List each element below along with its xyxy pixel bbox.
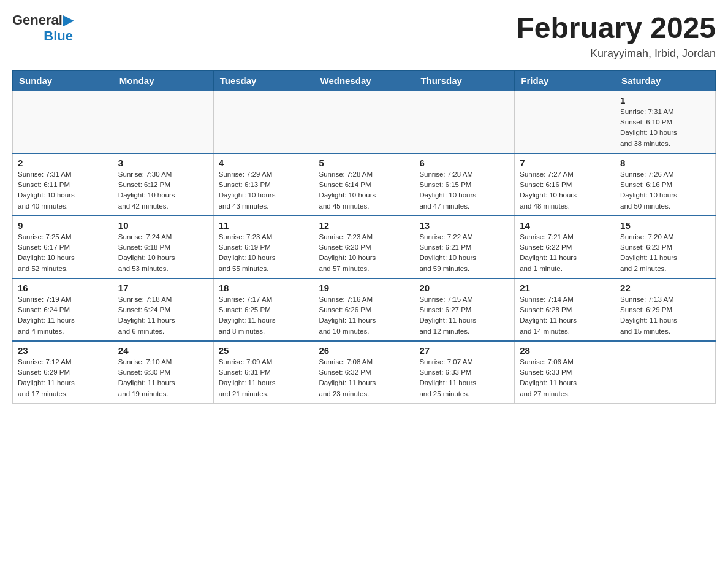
day-cell: 18Sunrise: 7:17 AM Sunset: 6:25 PM Dayli… [213, 278, 314, 341]
day-info: Sunrise: 7:18 AM Sunset: 6:24 PM Dayligh… [118, 294, 208, 337]
day-number: 18 [219, 283, 309, 293]
column-header-tuesday: Tuesday [213, 70, 314, 91]
day-info: Sunrise: 7:15 AM Sunset: 6:27 PM Dayligh… [419, 294, 509, 337]
day-cell: 19Sunrise: 7:16 AM Sunset: 6:26 PM Dayli… [314, 278, 414, 341]
day-number: 12 [319, 220, 409, 231]
day-info: Sunrise: 7:23 AM Sunset: 6:20 PM Dayligh… [319, 232, 409, 274]
day-cell: 25Sunrise: 7:09 AM Sunset: 6:31 PM Dayli… [213, 341, 314, 404]
day-cell: 9Sunrise: 7:25 AM Sunset: 6:17 PM Daylig… [13, 216, 113, 278]
day-number: 14 [520, 220, 610, 231]
day-number: 15 [620, 220, 710, 231]
day-info: Sunrise: 7:31 AM Sunset: 6:11 PM Dayligh… [18, 169, 108, 212]
day-info: Sunrise: 7:31 AM Sunset: 6:10 PM Dayligh… [620, 107, 710, 149]
day-number: 27 [419, 345, 509, 356]
day-cell: 28Sunrise: 7:06 AM Sunset: 6:33 PM Dayli… [515, 341, 615, 404]
week-row-1: 1Sunrise: 7:31 AM Sunset: 6:10 PM Daylig… [13, 91, 716, 153]
day-cell: 17Sunrise: 7:18 AM Sunset: 6:24 PM Dayli… [113, 278, 213, 341]
day-info: Sunrise: 7:24 AM Sunset: 6:18 PM Dayligh… [118, 232, 208, 274]
day-cell: 22Sunrise: 7:13 AM Sunset: 6:29 PM Dayli… [615, 278, 716, 341]
day-number: 10 [118, 220, 208, 231]
day-cell: 12Sunrise: 7:23 AM Sunset: 6:20 PM Dayli… [314, 216, 414, 278]
day-cell: 20Sunrise: 7:15 AM Sunset: 6:27 PM Dayli… [414, 278, 515, 341]
day-cell: 27Sunrise: 7:07 AM Sunset: 6:33 PM Dayli… [414, 341, 515, 404]
week-row-2: 2Sunrise: 7:31 AM Sunset: 6:11 PM Daylig… [13, 153, 716, 216]
day-cell [615, 341, 716, 404]
day-info: Sunrise: 7:09 AM Sunset: 6:31 PM Dayligh… [219, 357, 309, 399]
day-cell: 15Sunrise: 7:20 AM Sunset: 6:23 PM Dayli… [615, 216, 716, 278]
logo: General Blue [12, 12, 74, 44]
day-info: Sunrise: 7:14 AM Sunset: 6:28 PM Dayligh… [520, 294, 610, 337]
day-cell [314, 91, 414, 153]
day-info: Sunrise: 7:22 AM Sunset: 6:21 PM Dayligh… [419, 232, 509, 274]
day-cell: 5Sunrise: 7:28 AM Sunset: 6:14 PM Daylig… [314, 153, 414, 216]
day-cell: 1Sunrise: 7:31 AM Sunset: 6:10 PM Daylig… [615, 91, 716, 153]
column-header-monday: Monday [113, 70, 213, 91]
day-number: 13 [419, 220, 509, 231]
column-header-sunday: Sunday [13, 70, 113, 91]
day-number: 22 [620, 283, 710, 293]
day-info: Sunrise: 7:21 AM Sunset: 6:22 PM Dayligh… [520, 232, 610, 274]
page-header: General Blue February 2025 Kurayyimah, I… [12, 12, 716, 60]
week-row-5: 23Sunrise: 7:12 AM Sunset: 6:29 PM Dayli… [13, 341, 716, 404]
day-cell [113, 91, 213, 153]
day-number: 21 [520, 283, 610, 293]
day-cell: 26Sunrise: 7:08 AM Sunset: 6:32 PM Dayli… [314, 341, 414, 404]
day-cell: 24Sunrise: 7:10 AM Sunset: 6:30 PM Dayli… [113, 341, 213, 404]
day-number: 11 [219, 220, 309, 231]
day-info: Sunrise: 7:08 AM Sunset: 6:32 PM Dayligh… [319, 357, 409, 399]
day-number: 23 [18, 345, 108, 356]
day-number: 6 [419, 158, 509, 168]
week-row-3: 9Sunrise: 7:25 AM Sunset: 6:17 PM Daylig… [13, 216, 716, 278]
day-info: Sunrise: 7:16 AM Sunset: 6:26 PM Dayligh… [319, 294, 409, 337]
day-number: 8 [620, 158, 710, 168]
day-number: 3 [118, 158, 208, 168]
day-cell: 23Sunrise: 7:12 AM Sunset: 6:29 PM Dayli… [13, 341, 113, 404]
day-number: 9 [18, 220, 108, 231]
logo-blue: Blue [44, 28, 73, 44]
week-row-4: 16Sunrise: 7:19 AM Sunset: 6:24 PM Dayli… [13, 278, 716, 341]
svg-marker-0 [63, 15, 74, 26]
page-title: February 2025 [516, 12, 716, 45]
day-number: 1 [620, 95, 710, 105]
day-cell [213, 91, 314, 153]
column-header-wednesday: Wednesday [314, 70, 414, 91]
day-number: 24 [118, 345, 208, 356]
location-subtitle: Kurayyimah, Irbid, Jordan [516, 47, 716, 60]
day-number: 26 [319, 345, 409, 356]
day-info: Sunrise: 7:30 AM Sunset: 6:12 PM Dayligh… [118, 169, 208, 212]
day-cell: 11Sunrise: 7:23 AM Sunset: 6:19 PM Dayli… [213, 216, 314, 278]
day-info: Sunrise: 7:17 AM Sunset: 6:25 PM Dayligh… [219, 294, 309, 337]
day-cell [414, 91, 515, 153]
logo-general: General [12, 12, 63, 28]
day-cell: 3Sunrise: 7:30 AM Sunset: 6:12 PM Daylig… [113, 153, 213, 216]
day-cell: 2Sunrise: 7:31 AM Sunset: 6:11 PM Daylig… [13, 153, 113, 216]
day-number: 19 [319, 283, 409, 293]
day-number: 2 [18, 158, 108, 168]
title-area: February 2025 Kurayyimah, Irbid, Jordan [516, 12, 716, 60]
logo-arrow-icon [63, 15, 74, 26]
day-number: 4 [219, 158, 309, 168]
day-cell: 16Sunrise: 7:19 AM Sunset: 6:24 PM Dayli… [13, 278, 113, 341]
day-info: Sunrise: 7:28 AM Sunset: 6:15 PM Dayligh… [419, 169, 509, 212]
day-cell: 13Sunrise: 7:22 AM Sunset: 6:21 PM Dayli… [414, 216, 515, 278]
day-number: 25 [219, 345, 309, 356]
day-number: 16 [18, 283, 108, 293]
day-info: Sunrise: 7:28 AM Sunset: 6:14 PM Dayligh… [319, 169, 409, 212]
day-cell: 7Sunrise: 7:27 AM Sunset: 6:16 PM Daylig… [515, 153, 615, 216]
calendar-header-row: SundayMondayTuesdayWednesdayThursdayFrid… [13, 70, 716, 91]
day-info: Sunrise: 7:13 AM Sunset: 6:29 PM Dayligh… [620, 294, 710, 337]
day-number: 17 [118, 283, 208, 293]
day-info: Sunrise: 7:29 AM Sunset: 6:13 PM Dayligh… [219, 169, 309, 212]
day-cell [515, 91, 615, 153]
day-info: Sunrise: 7:19 AM Sunset: 6:24 PM Dayligh… [18, 294, 108, 337]
column-header-thursday: Thursday [414, 70, 515, 91]
day-info: Sunrise: 7:12 AM Sunset: 6:29 PM Dayligh… [18, 357, 108, 399]
day-cell: 4Sunrise: 7:29 AM Sunset: 6:13 PM Daylig… [213, 153, 314, 216]
day-info: Sunrise: 7:10 AM Sunset: 6:30 PM Dayligh… [118, 357, 208, 399]
column-header-friday: Friday [515, 70, 615, 91]
day-info: Sunrise: 7:27 AM Sunset: 6:16 PM Dayligh… [520, 169, 610, 212]
day-info: Sunrise: 7:23 AM Sunset: 6:19 PM Dayligh… [219, 232, 309, 274]
day-info: Sunrise: 7:26 AM Sunset: 6:16 PM Dayligh… [620, 169, 710, 212]
day-number: 5 [319, 158, 409, 168]
day-number: 20 [419, 283, 509, 293]
